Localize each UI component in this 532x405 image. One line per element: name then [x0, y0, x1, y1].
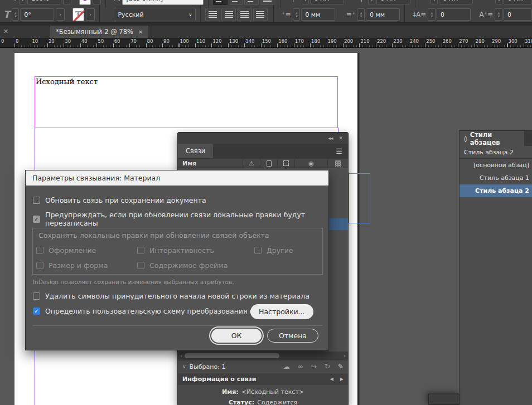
first-line-indent-spinner[interactable]: ∧∨	[293, 8, 301, 21]
justify-all-button[interactable]	[253, 8, 268, 21]
linked-text-frame[interactable]	[349, 173, 370, 223]
first-line-indent-field[interactable]: 0 мм	[301, 8, 335, 21]
align-right-button[interactable]	[244, 0, 259, 5]
justify-full-left-button[interactable]	[205, 8, 220, 21]
hscale-more-button[interactable]: ›	[63, 0, 72, 4]
justify-full-right-button[interactable]	[237, 8, 252, 21]
dropcap-chars-field[interactable]: 0	[504, 8, 532, 21]
last-line-indent-field[interactable]: 0 мм	[366, 8, 400, 21]
char-style-combo[interactable]: [Без стиля] ∨	[122, 0, 203, 5]
edit-original-icon[interactable]: ✎	[338, 363, 344, 370]
skew-more-button[interactable]: ›	[56, 8, 65, 21]
document-tab[interactable]: *Безымянный-2 @ 78% ✕	[50, 26, 148, 38]
dropcap-chars-spinner[interactable]: ∧∨	[495, 8, 502, 21]
indent-left-spinner[interactable]: ∧∨	[302, 0, 309, 4]
collapse-panel-icon[interactable]: ◂◂	[328, 135, 333, 141]
scrollbar-thumb[interactable]	[185, 353, 279, 358]
checkbox-label: Обновить связь при сохранении документа	[45, 196, 206, 204]
ruler-label: 120	[212, 38, 221, 44]
links-panel-titlebar[interactable]: ◂◂ ✕	[178, 133, 348, 144]
clear-style-more-button[interactable]: ›	[86, 8, 95, 21]
frame-option-field[interactable]: 0 мм	[504, 0, 532, 4]
color-column-icon[interactable]: ◉	[295, 160, 327, 167]
spinner-down-icon[interactable]: ∨	[20, 0, 26, 1]
checkbox-unchecked[interactable]	[33, 197, 40, 204]
checkbox-label: Предупреждать, если при обновлении связи…	[45, 211, 328, 227]
page-column-icon[interactable]	[260, 160, 277, 167]
close-icon[interactable]: ✕	[3, 28, 8, 35]
clear-style-swatch-icon[interactable]: T	[72, 8, 85, 21]
scroll-right-icon[interactable]: ›	[341, 353, 348, 359]
dropcap-lines-spinner[interactable]: ∧∨	[428, 8, 436, 21]
prev-link-icon[interactable]: ◀	[330, 377, 333, 382]
panel-menu-icon[interactable]: ☰	[330, 147, 348, 155]
document-tab-bar: ✕ *Безымянный-2 @ 78% ✕	[0, 26, 532, 38]
align-left-button[interactable]	[213, 0, 228, 5]
scroll-left-icon[interactable]: ‹	[178, 353, 185, 359]
grid-column-icon[interactable]	[328, 160, 348, 167]
ruler-label: 110	[196, 38, 205, 44]
dropcap-lines-field[interactable]: 0	[437, 8, 471, 21]
space-before-spinner[interactable]: ∧∨	[431, 0, 438, 4]
relink-icon[interactable]: ↪	[311, 363, 317, 370]
update-link-checkbox-row[interactable]: Обновить связь при сохранении документа	[33, 196, 206, 204]
text-frame-edge[interactable]	[35, 128, 338, 128]
link-status-column-icon[interactable]: ⚠	[243, 160, 260, 167]
cancel-button[interactable]: Отмена	[267, 329, 318, 343]
skew-field[interactable]: 0°	[20, 8, 54, 21]
ruler-track[interactable]: 0102030405060708090100110120130140150160…	[0, 38, 532, 48]
links-horizontal-scrollbar[interactable]: ‹ ›	[178, 352, 348, 360]
floating-panel-edge[interactable]	[428, 393, 460, 405]
style-mapping-checkbox-row[interactable]: ✓ Определить пользовательскую схему прео…	[33, 307, 275, 315]
column-name-label[interactable]: Имя	[178, 160, 243, 167]
chevron-down-icon[interactable]: ∨	[182, 364, 186, 369]
indent-right-field[interactable]: 0 мм	[376, 0, 410, 4]
interactivity-checkbox-row: Интерактивность	[137, 246, 214, 255]
link-name-value: <Исходный текст>	[241, 388, 304, 396]
settings-button[interactable]: Настройки...	[250, 304, 313, 319]
last-line-indent-spinner[interactable]: ∧∨	[357, 8, 365, 21]
next-link-icon[interactable]: ▶	[340, 377, 344, 382]
link-status-line: Статус: Содержится	[229, 399, 297, 405]
align-center-button[interactable]	[229, 0, 243, 5]
remove-breaks-checkbox-row[interactable]: Удалить символы принудительного начала н…	[33, 292, 309, 300]
indent-left-field[interactable]: 0 мм	[310, 0, 344, 4]
dashed-frame-icon	[283, 160, 289, 166]
frame-column-icon[interactable]	[278, 160, 294, 166]
ruler-label: 250	[426, 38, 435, 44]
spinner-down-icon[interactable]: ∨	[12, 14, 19, 17]
update-link-icon[interactable]: ↻	[325, 363, 330, 370]
checkbox-unchecked[interactable]	[33, 292, 40, 300]
style-list-item[interactable]: Стиль абзаца 1	[460, 172, 532, 184]
ruler-label: 140	[245, 38, 254, 44]
space-before-field[interactable]: 0 мм	[439, 0, 472, 4]
close-panel-icon[interactable]: ✕	[338, 135, 343, 141]
checkbox-disabled	[36, 247, 43, 254]
language-combo[interactable]: Русский ∨	[114, 8, 196, 21]
story-text[interactable]: Исходный текст	[36, 77, 98, 86]
warn-overwrite-checkbox-row[interactable]: ✓ Предупреждать, если при обновлении свя…	[33, 211, 328, 227]
hscale-field[interactable]: 100%	[27, 0, 61, 4]
style-list-item-selected[interactable]: Стиль абзаца 2	[460, 184, 532, 197]
frame-option-spinner[interactable]: ∧∨	[495, 0, 503, 4]
cloud-link-icon[interactable]: ☁	[283, 363, 290, 370]
ruler-label: 200	[344, 38, 353, 44]
tab-links[interactable]: Связи	[178, 144, 213, 158]
swatch-more-button[interactable]: ›	[93, 0, 101, 4]
hscale-spinner[interactable]: ∧∨	[19, 0, 27, 4]
checkbox-checked[interactable]: ✓	[33, 216, 40, 223]
chain-link-icon[interactable]: ∞	[298, 363, 303, 370]
style-list-item[interactable]: [основной абзац]	[460, 159, 532, 172]
ok-button[interactable]: ОК	[211, 329, 262, 343]
tab-close-icon[interactable]: ✕	[138, 29, 143, 35]
ruler-label: 60	[114, 38, 120, 44]
character-style-swatch-icon[interactable]: T	[79, 0, 91, 5]
indent-right-spinner[interactable]: ∧∨	[368, 0, 376, 4]
checkbox-checked[interactable]: ✓	[33, 308, 40, 315]
justify-full-center-button[interactable]	[221, 8, 236, 21]
skew-spinner[interactable]: ∧∨	[12, 8, 20, 21]
justify-left-button[interactable]	[260, 0, 274, 5]
tab-paragraph-styles[interactable]: ◊ Стили абзацев	[460, 131, 524, 146]
ruler-label: 130	[229, 38, 238, 44]
link-info-header[interactable]: Информация о связи ◀ ▶	[178, 373, 348, 385]
